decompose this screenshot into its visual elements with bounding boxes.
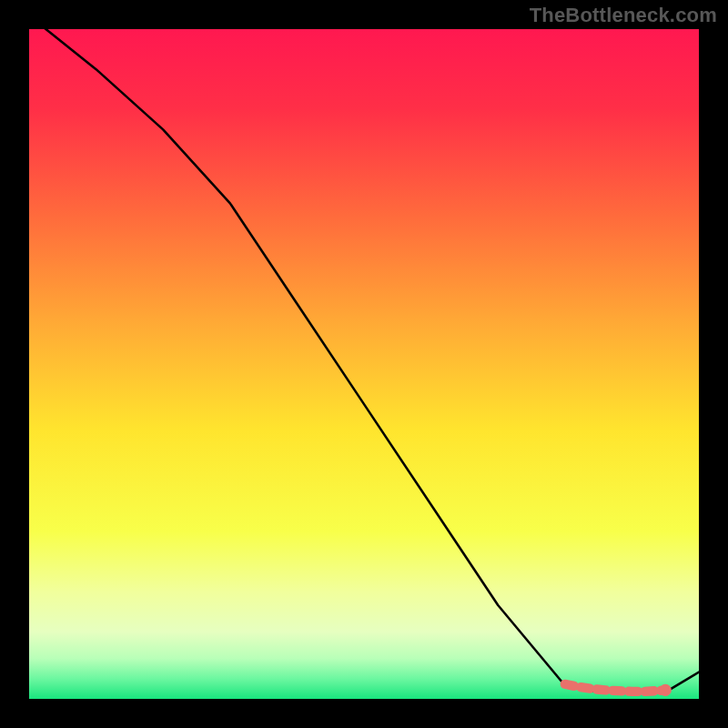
curve-path [29, 29, 699, 693]
marker-group [565, 684, 672, 696]
curve-layer [29, 29, 699, 699]
marker-path [565, 684, 665, 692]
plot-area [29, 29, 699, 699]
marker-end-dot [660, 684, 672, 696]
chart-stage: TheBottleneck.com [0, 0, 728, 728]
watermark-text: TheBottleneck.com [530, 4, 717, 27]
